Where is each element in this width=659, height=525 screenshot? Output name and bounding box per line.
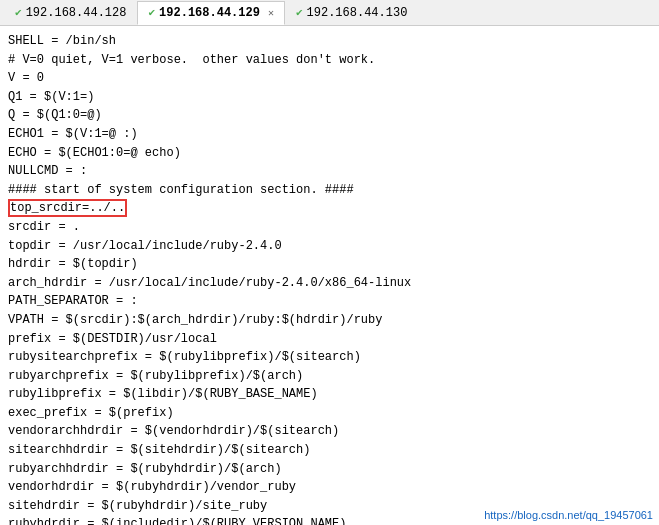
watermark: https://blog.csdn.net/qq_19457061 [484, 509, 653, 521]
tab-192-168-44-129[interactable]: ✔ 192.168.44.129 ✕ [137, 1, 284, 25]
code-line: rubysitearchprefix = $(rubylibprefix)/$(… [8, 348, 651, 367]
tab-label-1: 192.168.44.128 [26, 6, 127, 20]
code-line: Q1 = $(V:1=) [8, 88, 651, 107]
code-line: topdir = /usr/local/include/ruby-2.4.0 [8, 237, 651, 256]
check-icon-1: ✔ [15, 6, 22, 19]
highlighted-line: top_srcdir=../.. [8, 199, 127, 217]
code-line: rubyarchprefix = $(rubylibprefix)/$(arch… [8, 367, 651, 386]
code-line: rubyarchhdrdir = $(rubyhdrdir)/$(arch) [8, 460, 651, 479]
content-area: SHELL = /bin/sh# V=0 quiet, V=1 verbose.… [0, 26, 659, 525]
code-line: arch_hdrdir = /usr/local/include/ruby-2.… [8, 274, 651, 293]
check-icon-2: ✔ [148, 6, 155, 19]
code-block: SHELL = /bin/sh# V=0 quiet, V=1 verbose.… [8, 32, 651, 525]
code-line: vendorarchhdrdir = $(vendorhdrdir)/$(sit… [8, 422, 651, 441]
code-line: srcdir = . [8, 218, 651, 237]
tab-label-2: 192.168.44.129 [159, 6, 260, 20]
tab-bar: ✔ 192.168.44.128 ✔ 192.168.44.129 ✕ ✔ 19… [0, 0, 659, 26]
code-line: rubylibprefix = $(libdir)/$(RUBY_BASE_NA… [8, 385, 651, 404]
code-line: ECHO = $(ECHO1:0=@ echo) [8, 144, 651, 163]
code-line: top_srcdir=../.. [8, 199, 651, 218]
code-line: SHELL = /bin/sh [8, 32, 651, 51]
tab-label-3: 192.168.44.130 [307, 6, 408, 20]
code-line: NULLCMD = : [8, 162, 651, 181]
code-line: exec_prefix = $(prefix) [8, 404, 651, 423]
code-line: #### start of system configuration secti… [8, 181, 651, 200]
tab-192-168-44-130[interactable]: ✔ 192.168.44.130 [285, 1, 418, 25]
code-line: sitearchhdrdir = $(sitehdrdir)/$(sitearc… [8, 441, 651, 460]
code-line: prefix = $(DESTDIR)/usr/local [8, 330, 651, 349]
code-line: Q = $(Q1:0=@) [8, 106, 651, 125]
code-line: VPATH = $(srcdir):$(arch_hdrdir)/ruby:$(… [8, 311, 651, 330]
code-line: ECHO1 = $(V:1=@ :) [8, 125, 651, 144]
tab-192-168-44-128[interactable]: ✔ 192.168.44.128 [4, 1, 137, 25]
code-line: hdrdir = $(topdir) [8, 255, 651, 274]
code-line: PATH_SEPARATOR = : [8, 292, 651, 311]
code-line: vendorhdrdir = $(rubyhdrdir)/vendor_ruby [8, 478, 651, 497]
check-icon-3: ✔ [296, 6, 303, 19]
code-line: # V=0 quiet, V=1 verbose. other values d… [8, 51, 651, 70]
code-line: V = 0 [8, 69, 651, 88]
close-icon[interactable]: ✕ [268, 7, 274, 19]
